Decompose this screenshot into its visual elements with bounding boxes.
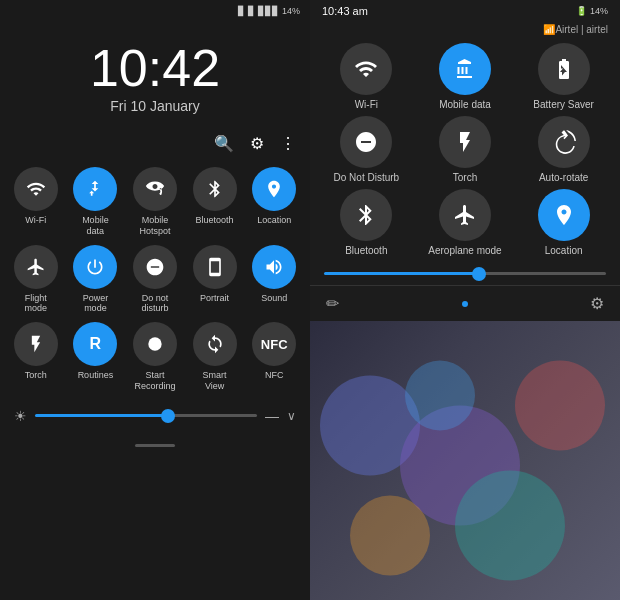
right-tiles-grid: Wi-Fi Mobile data Battery Saver Do Not D…: [310, 37, 620, 262]
tile-dnd-icon[interactable]: [133, 245, 177, 289]
tile-bluetooth-icon[interactable]: [193, 167, 237, 211]
tile-wifi-label: Wi-Fi: [25, 215, 46, 226]
battery-text: 14%: [282, 6, 300, 16]
right-tile-mobile-data-icon[interactable]: [439, 43, 491, 95]
tile-portrait: Portrait: [189, 245, 241, 315]
right-tile-dnd-icon[interactable]: [340, 116, 392, 168]
right-brightness-slider[interactable]: [324, 272, 606, 275]
right-tile-bluetooth-label: Bluetooth: [345, 245, 387, 256]
tile-sound-label: Sound: [261, 293, 287, 304]
tile-location: Location: [248, 167, 300, 237]
tile-routines: R Routines: [70, 322, 122, 392]
right-tile-bluetooth-icon[interactable]: [340, 189, 392, 241]
expand-brightness-icon[interactable]: ∨: [287, 409, 296, 423]
svg-point-6: [405, 361, 475, 431]
right-tile-torch-icon[interactable]: [439, 116, 491, 168]
right-battery-pct: 14%: [590, 6, 608, 16]
brightness-high-icon: —: [265, 408, 279, 424]
brightness-low-icon: ☀: [14, 408, 27, 424]
brightness-thumb[interactable]: [161, 409, 175, 423]
right-tile-battery-saver-icon[interactable]: [538, 43, 590, 95]
tile-recording-label: StartRecording: [134, 370, 175, 392]
right-wallpaper: [310, 321, 620, 600]
tile-routines-icon[interactable]: R: [73, 322, 117, 366]
tile-hotspot-icon[interactable]: [133, 167, 177, 211]
right-tile-location-icon[interactable]: [538, 189, 590, 241]
sim1-icon: ▊: [238, 6, 245, 16]
left-brightness-bar: ☀ — ∨: [0, 396, 310, 436]
right-tile-location: Location: [517, 189, 610, 256]
edit-icon[interactable]: ✏: [326, 294, 339, 313]
right-carrier: 📶 Airtel | airtel: [310, 22, 620, 37]
tile-hotspot-label: MobileHotspot: [139, 215, 170, 237]
left-time: 10:42: [90, 42, 220, 94]
tile-dnd-label: Do notdisturb: [141, 293, 168, 315]
left-status-bar: ▊ ▊ ▊▊▊ 14%: [0, 0, 310, 22]
tile-torch-icon[interactable]: [14, 322, 58, 366]
tile-portrait-icon[interactable]: [193, 245, 237, 289]
tile-mobile-data-label: Mobiledata: [82, 215, 109, 237]
left-panel: ▊ ▊ ▊▊▊ 14% 10:42 Fri 10 January 🔍 ⚙ ⋮ W…: [0, 0, 310, 600]
right-bottom-bar: ✏ ⚙: [310, 286, 620, 321]
sim2-icon: ▊: [248, 6, 255, 16]
tile-bluetooth: Bluetooth: [189, 167, 241, 237]
tile-smartview-label: SmartView: [203, 370, 227, 392]
right-tile-bluetooth: Bluetooth: [320, 189, 413, 256]
right-tile-battery-saver-label: Battery Saver: [533, 99, 594, 110]
tile-recording: StartRecording: [129, 322, 181, 392]
right-tile-location-label: Location: [545, 245, 583, 256]
tile-recording-icon[interactable]: [133, 322, 177, 366]
svg-point-5: [350, 496, 430, 576]
left-action-icons: 🔍 ⚙ ⋮: [0, 124, 310, 163]
tile-hotspot: MobileHotspot: [129, 167, 181, 237]
right-tile-auto-rotate: Auto-rotate: [517, 116, 610, 183]
tile-bluetooth-label: Bluetooth: [196, 215, 234, 226]
right-tile-dnd: Do Not Disturb: [320, 116, 413, 183]
right-settings-icon[interactable]: ⚙: [590, 294, 604, 313]
page-indicator-dot: [462, 301, 468, 307]
tile-mobile-data: Mobiledata: [70, 167, 122, 237]
right-battery-icon: 🔋: [576, 6, 587, 16]
right-panel: 10:43 am 🔋 14% 📶 Airtel | airtel Wi-Fi M…: [310, 0, 620, 600]
svg-point-4: [455, 471, 565, 581]
tile-sound-icon[interactable]: [252, 245, 296, 289]
tile-smartview: SmartView: [189, 322, 241, 392]
right-brightness-thumb[interactable]: [472, 267, 486, 281]
right-tile-aeroplane-icon[interactable]: [439, 189, 491, 241]
home-bar: [135, 444, 175, 447]
right-status-bar: 10:43 am 🔋 14%: [310, 0, 620, 22]
right-tile-torch-label: Torch: [453, 172, 477, 183]
signal-icon: ▊▊▊: [258, 6, 279, 16]
tile-wifi-icon[interactable]: [14, 167, 58, 211]
settings-icon[interactable]: ⚙: [250, 134, 264, 153]
right-tile-battery-saver: Battery Saver: [517, 43, 610, 110]
tile-nfc-label: NFC: [265, 370, 284, 381]
tile-flight-label: Flightmode: [25, 293, 48, 315]
tile-smartview-icon[interactable]: [193, 322, 237, 366]
right-tile-wifi-icon[interactable]: [340, 43, 392, 95]
right-time: 10:43 am: [322, 5, 368, 17]
tile-sound: Sound: [248, 245, 300, 315]
right-tile-dnd-label: Do Not Disturb: [334, 172, 400, 183]
brightness-slider[interactable]: [35, 414, 257, 417]
carrier-signal-icon: 📶: [543, 24, 555, 35]
left-status-icons: ▊ ▊ ▊▊▊ 14%: [238, 6, 300, 16]
right-tile-wifi: Wi-Fi: [320, 43, 413, 110]
right-tile-auto-rotate-icon[interactable]: [538, 116, 590, 168]
tile-flight-icon[interactable]: [14, 245, 58, 289]
tile-nfc-icon[interactable]: NFC: [252, 322, 296, 366]
more-icon[interactable]: ⋮: [280, 134, 296, 153]
search-icon[interactable]: 🔍: [214, 134, 234, 153]
right-tile-aeroplane-label: Aeroplane mode: [428, 245, 501, 256]
carrier-name: Airtel | airtel: [555, 24, 608, 35]
tile-mobile-data-icon[interactable]: [73, 167, 117, 211]
left-date: Fri 10 January: [110, 98, 199, 114]
tile-routines-label: Routines: [78, 370, 114, 381]
right-tile-mobile-data: Mobile data: [419, 43, 512, 110]
right-tile-auto-rotate-label: Auto-rotate: [539, 172, 588, 183]
right-tile-mobile-data-label: Mobile data: [439, 99, 491, 110]
tile-location-icon[interactable]: [252, 167, 296, 211]
tile-power-icon[interactable]: [73, 245, 117, 289]
tile-dnd: Do notdisturb: [129, 245, 181, 315]
tile-portrait-label: Portrait: [200, 293, 229, 304]
